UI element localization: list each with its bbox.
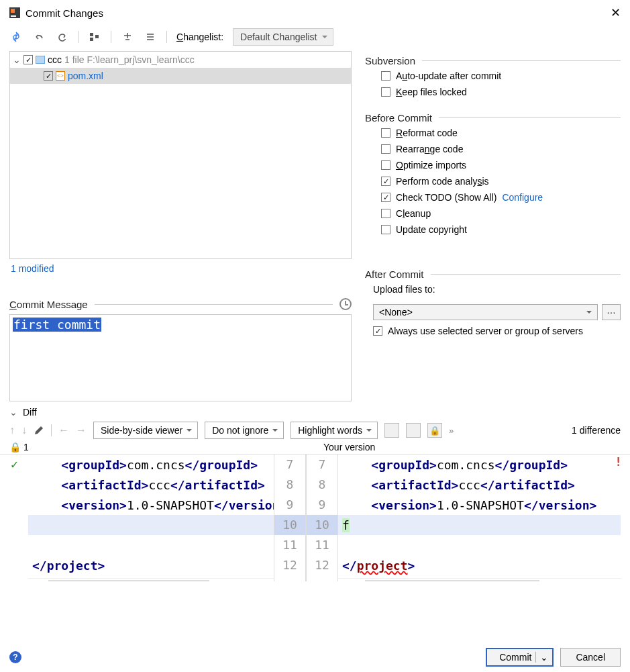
lock-icon[interactable]: 🔒	[427, 423, 442, 438]
window-title: Commit Changes	[25, 7, 611, 19]
optimize-label: Optimize imports	[396, 160, 466, 171]
left-version-label: 1	[23, 442, 29, 452]
xml-file-icon: <>	[56, 71, 65, 81]
commit-message-input[interactable]: first commit	[9, 314, 352, 401]
refresh-diff-icon[interactable]	[9, 30, 23, 44]
expand-all-icon[interactable]	[121, 30, 134, 44]
upload-browse-button[interactable]: …	[602, 304, 621, 320]
h-scrollbar-left[interactable]	[48, 580, 209, 581]
file-name: pom.xml	[68, 70, 103, 81]
commit-dropdown-icon[interactable]: ⌄	[535, 652, 548, 663]
reformat-checkbox[interactable]	[381, 128, 390, 138]
sync-scroll-button[interactable]	[384, 423, 399, 438]
before-commit-title: Before Commit	[365, 112, 432, 124]
undo-icon[interactable]	[32, 30, 46, 44]
right-version-label: Your version	[323, 442, 375, 452]
configure-link[interactable]: Configure	[502, 192, 543, 203]
edit-icon[interactable]	[34, 425, 44, 436]
modified-count: 1 modified	[9, 259, 352, 278]
keep-locked-checkbox[interactable]	[381, 87, 390, 97]
copyright-label: Update copyright	[396, 224, 467, 235]
top-toolbar: Changelist: Default Changelist	[0, 26, 630, 51]
tree-file-row[interactable]: ✓ <> pom.xml	[10, 68, 351, 84]
split-button[interactable]	[406, 423, 421, 438]
reformat-label: Reformat code	[396, 128, 458, 138]
svg-rect-2	[11, 15, 16, 17]
todo-checkbox[interactable]	[381, 193, 390, 202]
back-icon[interactable]: ←	[58, 424, 69, 436]
root-meta: 1 file F:\learn_prj\svn_learn\ccc	[64, 54, 195, 65]
forward-icon[interactable]: →	[76, 424, 87, 436]
root-name: ccc	[48, 54, 62, 65]
root-checkbox[interactable]: ✓	[23, 55, 33, 64]
ok-marker-icon: ✓	[11, 457, 28, 471]
folder-icon	[36, 56, 45, 64]
upload-select[interactable]: <None>	[373, 304, 598, 320]
always-server-label: Always use selected server or group of s…	[388, 326, 583, 336]
highlight-select[interactable]: Highlight words	[291, 422, 378, 439]
commit-msg-label: Commit Message	[9, 299, 88, 310]
next-diff-icon[interactable]: ↓	[21, 424, 27, 436]
file-checkbox[interactable]: ✓	[44, 71, 53, 81]
analysis-checkbox[interactable]	[381, 177, 390, 186]
error-marker-icon: !	[615, 454, 622, 469]
svg-rect-4	[90, 38, 93, 41]
difference-count: 1 difference	[572, 425, 621, 436]
close-button[interactable]: ✕	[611, 5, 621, 20]
always-server-checkbox[interactable]	[373, 326, 382, 336]
subversion-title: Subversion	[365, 55, 415, 66]
changelist-select[interactable]: Default Changelist	[233, 28, 333, 46]
diff-left-pane[interactable]: <groupId>com.cncs</groupId> <artifactId>…	[28, 454, 274, 581]
files-tree[interactable]: ⌄ ✓ ccc 1 file F:\learn_prj\svn_learn\cc…	[9, 51, 352, 259]
viewer-mode-select[interactable]: Side-by-side viewer	[93, 422, 198, 439]
changelist-label: Changelist:	[176, 32, 223, 42]
rearrange-label: Rearrange code	[396, 144, 463, 154]
auto-update-label: Auto-update after commit	[396, 70, 501, 81]
rearrange-checkbox[interactable]	[381, 144, 390, 154]
help-icon[interactable]: ?	[9, 651, 21, 663]
redo-circle-icon[interactable]	[55, 30, 68, 44]
h-scrollbar-right[interactable]	[365, 580, 539, 581]
keep-locked-label: Keep files locked	[396, 87, 467, 97]
group-icon[interactable]	[88, 30, 101, 44]
tree-root[interactable]: ⌄ ✓ ccc 1 file F:\learn_prj\svn_learn\cc…	[10, 52, 351, 68]
cleanup-checkbox[interactable]	[381, 209, 390, 218]
readonly-lock-icon: 🔒	[9, 442, 21, 452]
upload-label: Upload files to:	[373, 284, 621, 295]
cancel-button[interactable]: Cancel	[560, 648, 621, 667]
history-icon[interactable]	[339, 298, 352, 310]
line-gutter: 789101112 789101112	[274, 454, 338, 581]
optimize-checkbox[interactable]	[381, 160, 390, 170]
svg-rect-5	[95, 35, 99, 38]
auto-update-checkbox[interactable]	[381, 71, 390, 81]
diff-right-pane[interactable]: <groupId>com.cncs</groupId> <artifactId>…	[338, 454, 621, 581]
todo-label: Check TODO (Show All)	[396, 192, 496, 203]
diff-title: Diff	[23, 407, 37, 418]
after-commit-title: After Commit	[365, 269, 424, 280]
prev-diff-icon[interactable]: ↑	[9, 424, 15, 436]
cleanup-label: Cleanup	[396, 208, 431, 219]
ignore-select[interactable]: Do not ignore	[205, 422, 284, 439]
collapse-arrow-icon[interactable]: ⌄	[13, 54, 21, 65]
analysis-label: Perform code analysis	[396, 176, 489, 187]
commit-button[interactable]: Commit⌄	[486, 648, 554, 667]
collapse-all-icon[interactable]	[144, 30, 157, 44]
copyright-checkbox[interactable]	[381, 225, 390, 234]
svg-rect-1	[11, 9, 15, 13]
diff-collapse-icon[interactable]: ⌄	[9, 407, 17, 418]
app-icon	[9, 7, 20, 18]
svg-rect-3	[90, 33, 93, 36]
